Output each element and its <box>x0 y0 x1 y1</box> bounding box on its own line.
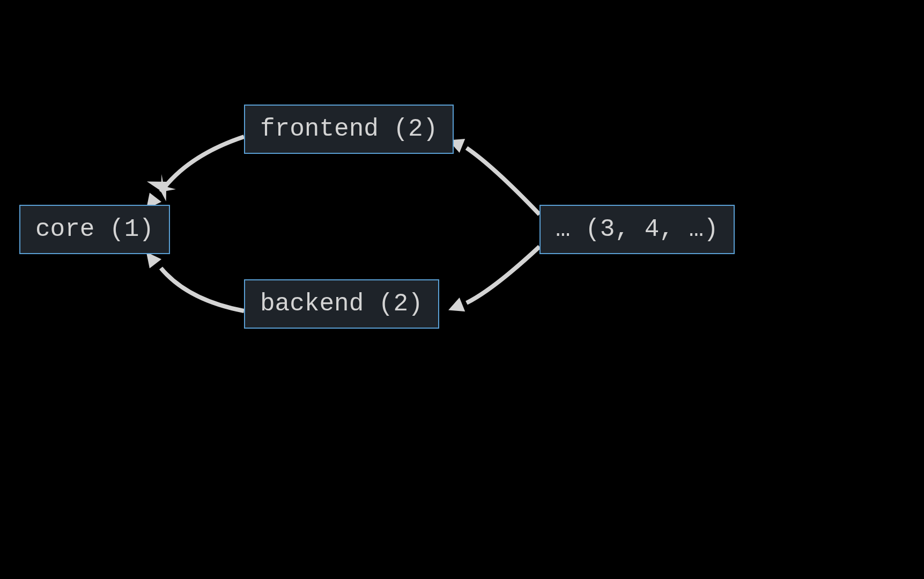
arrowhead-icon <box>154 178 177 198</box>
arrow-more-to-backend <box>467 247 539 303</box>
arrowhead-icon <box>446 298 465 317</box>
node-label: frontend (2) <box>260 115 438 143</box>
arrow-frontend-to-core <box>161 137 244 192</box>
node-label: … (3, 4, …) <box>556 216 719 243</box>
node-core: core (1) <box>19 205 170 254</box>
arrows-layer <box>0 0 924 579</box>
arrowhead-icon <box>153 174 178 198</box>
arrowhead-icon <box>147 176 171 205</box>
arrow-backend-to-core <box>161 268 244 311</box>
node-backend: backend (2) <box>244 279 439 329</box>
node-label: backend (2) <box>260 290 423 318</box>
node-label: core (1) <box>35 216 154 243</box>
node-more: … (3, 4, …) <box>539 205 735 254</box>
node-frontend: frontend (2) <box>244 105 454 154</box>
dependency-diagram: core (1) frontend (2) backend (2) … (3, … <box>0 0 924 579</box>
arrow-more-to-frontend <box>467 148 539 214</box>
